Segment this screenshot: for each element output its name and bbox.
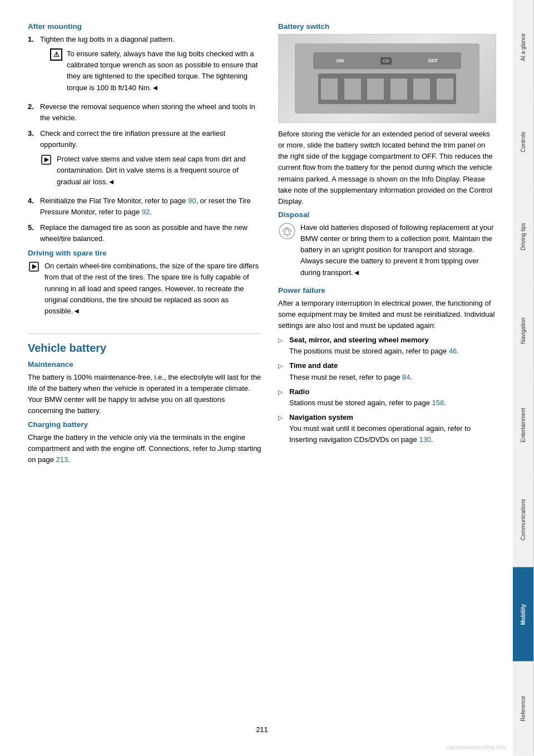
step-2: 2. Reverse the removal sequence when sto… <box>28 101 261 124</box>
step-4: 4. Reinitialize the Flat Tire Monitor, r… <box>28 195 261 218</box>
step-4-number: 4. <box>28 195 37 218</box>
watermark: carmanualsonline.info <box>447 744 506 750</box>
disposal-text: Have old batteries disposed of following… <box>300 222 496 278</box>
bullet-2-link[interactable]: 84 <box>402 373 410 381</box>
bullet-arrow-4: ▷ <box>278 413 285 445</box>
charging-section: Charging battery Charge the battery in t… <box>28 420 261 465</box>
bullet-4-text1: You must wait until it becomes operation… <box>289 424 471 444</box>
step-4-link2[interactable]: 92 <box>142 208 150 216</box>
bullet-2-heading: Time and date <box>289 361 338 370</box>
step-2-number: 2. <box>28 101 37 124</box>
bullet-3-text2: . <box>444 399 446 407</box>
tab-navigation[interactable]: Navigation <box>513 283 534 378</box>
tab-mobility[interactable]: Mobility <box>513 567 534 662</box>
side-navigation: At a glance Controls Driving tips Naviga… <box>513 0 534 756</box>
bullet-2-text1: These must be reset, refer to page <box>289 373 402 381</box>
step-1-warning: ⚠ To ensure safety, always have the lug … <box>50 48 261 94</box>
after-mounting-heading: After mounting <box>28 22 261 31</box>
tab-controls[interactable]: Controls <box>513 95 534 189</box>
play-icon <box>40 154 52 166</box>
tab-communications[interactable]: Communications <box>513 473 534 567</box>
step-1-warning-text: To ensure safety, always have the lug bo… <box>67 48 261 94</box>
maintenance-text: The battery is 100% maintenance-free, i.… <box>28 372 261 417</box>
driving-spare-note: On certain wheel-tire combinations, the … <box>28 261 261 317</box>
right-column: Battery switch ON CD OFF <box>278 22 496 714</box>
step-1: 1. Tighten the lug bolts in a diagonal p… <box>28 34 261 97</box>
bullet-4-text2: . <box>431 435 433 444</box>
bullet-3-text1: Stations must be stored again, refer to … <box>289 399 432 407</box>
driving-spare-section: Driving with spare tire On certain wheel… <box>28 249 261 317</box>
step-5-text: Replace the damaged tire as soon as poss… <box>40 222 261 244</box>
power-failure-heading: Power failure <box>278 286 496 294</box>
power-failure-section: Power failure After a temporary interrup… <box>278 286 496 446</box>
step-1-text: Tighten the lug bolts in a diagonal patt… <box>40 35 175 43</box>
bullet-item-4: ▷ Navigation system You must wait until … <box>278 412 496 445</box>
charging-text: Charge the battery in the vehicle only v… <box>28 432 261 465</box>
step-3-note: Protect valve stems and valve stem seal … <box>40 154 261 187</box>
left-column: After mounting 1. Tighten the lug bolts … <box>28 22 261 714</box>
bullet-arrow-3: ▷ <box>278 387 285 409</box>
disposal-section: Disposal ♻ Have old batteries disposed o… <box>278 210 496 282</box>
step-4-content: Reinitialize the Flat Tire Monitor, refe… <box>40 195 261 218</box>
disposal-icon: ♻ <box>278 222 296 240</box>
bullet-content-2: Time and date These must be reset, refer… <box>289 360 412 382</box>
svg-marker-1 <box>44 158 49 163</box>
vehicle-battery-heading: Vehicle battery <box>28 333 261 355</box>
tab-at-a-glance[interactable]: At a glance <box>513 0 534 95</box>
vehicle-battery-section: Vehicle battery Maintenance The battery … <box>28 333 261 465</box>
disposal-content: ♻ Have old batteries disposed of followi… <box>278 222 496 282</box>
svg-text:♻: ♻ <box>285 234 289 238</box>
bullet-content-1: Seat, mirror, and steering wheel memory … <box>289 335 459 357</box>
bullet-content-3: Radio Stations must be stored again, ref… <box>289 386 446 409</box>
maintenance-section: Maintenance The battery is 100% maintena… <box>28 360 261 417</box>
charging-page-link[interactable]: 213 <box>56 455 68 464</box>
bullet-content-4: Navigation system You must wait until it… <box>289 412 496 445</box>
step-4-text1: Reinitialize the Flat Tire Monitor, refe… <box>40 197 188 205</box>
bullet-item-1: ▷ Seat, mirror, and steering wheel memor… <box>278 335 496 357</box>
bullet-arrow-2: ▷ <box>278 361 285 382</box>
battery-switch-image: ON CD OFF <box>278 34 496 123</box>
bullet-3-heading: Radio <box>289 387 309 396</box>
step-1-number: 1. <box>28 34 37 97</box>
driving-spare-heading: Driving with spare tire <box>28 249 261 257</box>
tab-reference[interactable]: Reference <box>513 661 534 756</box>
disposal-heading: Disposal <box>278 210 496 219</box>
battery-switch-heading: Battery switch <box>278 22 496 31</box>
play-icon-spare <box>28 261 40 273</box>
tab-entertainment[interactable]: Entertainment <box>513 378 534 473</box>
step-3-text: Check and correct the tire inflation pre… <box>40 129 225 149</box>
warning-icon: ⚠ <box>50 48 62 61</box>
charging-heading: Charging battery <box>28 420 261 429</box>
step-3: 3. Check and correct the tire inflation … <box>28 128 261 191</box>
battery-switch-text: Before storing the vehicle for an extend… <box>278 129 496 207</box>
after-mounting-section: After mounting 1. Tighten the lug bolts … <box>28 22 261 244</box>
bullet-4-heading: Navigation system <box>289 413 353 421</box>
bullet-3-link[interactable]: 158 <box>432 399 444 407</box>
tab-driving-tips[interactable]: Driving tips <box>513 189 534 284</box>
step-4-text3: . <box>150 208 152 216</box>
step-2-text: Reverse the removal sequence when storin… <box>40 101 261 124</box>
step-4-link1[interactable]: 90 <box>188 197 196 205</box>
bullet-item-3: ▷ Radio Stations must be stored again, r… <box>278 386 496 409</box>
battery-switch-section: Battery switch ON CD OFF <box>278 22 496 207</box>
power-failure-intro: After a temporary interruption in electr… <box>278 298 496 331</box>
charging-text-part2: . <box>68 455 70 464</box>
step-5-number: 5. <box>28 222 37 244</box>
power-failure-items: ▷ Seat, mirror, and steering wheel memor… <box>278 335 496 445</box>
bullet-arrow-1: ▷ <box>278 336 285 357</box>
bullet-4-link[interactable]: 130 <box>419 435 431 444</box>
bullet-item-2: ▷ Time and date These must be reset, ref… <box>278 360 496 382</box>
bullet-1-heading: Seat, mirror, and steering wheel memory <box>289 336 429 344</box>
step-5: 5. Replace the damaged tire as soon as p… <box>28 222 261 244</box>
bullet-2-text2: . <box>411 373 413 381</box>
maintenance-heading: Maintenance <box>28 360 261 369</box>
step-3-note-text: Protect valve stems and valve stem seal … <box>57 154 261 187</box>
svg-marker-3 <box>32 264 37 269</box>
step-3-number: 3. <box>28 128 37 191</box>
bullet-1-link[interactable]: 46 <box>449 347 457 355</box>
bullet-1-text2: . <box>457 347 459 355</box>
driving-spare-text: On certain wheel-tire combinations, the … <box>44 261 261 317</box>
page-number: 211 <box>28 725 496 734</box>
bullet-1-text1: The positions must be stored again, refe… <box>289 347 449 355</box>
